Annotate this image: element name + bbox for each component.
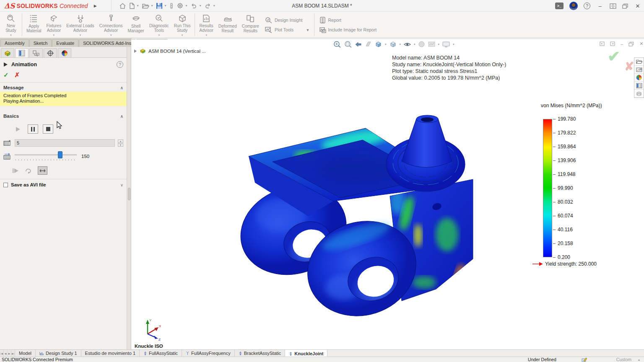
edit-sketch-status-icon[interactable] <box>582 357 587 362</box>
flyout-feature-tree[interactable]: ASM BOOM 14 (Vertical ... <box>134 48 206 54</box>
stop-button[interactable] <box>43 124 53 134</box>
caret-icon[interactable]: ▾ <box>158 34 160 37</box>
restore-button[interactable] <box>622 3 628 9</box>
edit-appearance-icon[interactable] <box>418 41 425 48</box>
splitter-grip[interactable] <box>128 188 130 200</box>
console-icon[interactable]: >_ <box>555 3 564 9</box>
tab-model[interactable]: Model <box>15 350 36 357</box>
save-icon[interactable] <box>156 3 163 9</box>
report-button[interactable]: Report <box>319 17 377 23</box>
settings-gear-icon[interactable] <box>177 2 184 9</box>
redo-caret-icon[interactable]: ▾ <box>213 4 215 8</box>
external-loads-advisor-button[interactable]: External Loads Advisor ▾ <box>64 13 97 37</box>
home-icon[interactable] <box>119 3 126 9</box>
caret-icon[interactable]: ▾ <box>110 34 112 37</box>
unit-system-label[interactable]: Custom <box>616 357 631 362</box>
speed-slider[interactable] <box>15 151 77 162</box>
undo-caret-icon[interactable]: ▾ <box>200 4 201 8</box>
marketplace-icon[interactable] <box>169 3 174 9</box>
loop-icon[interactable] <box>25 168 32 173</box>
collapse-chevron-icon[interactable]: ∧ <box>120 114 123 119</box>
scroll-prev-icon[interactable]: ◀ <box>4 350 8 357</box>
apply-scene-icon[interactable] <box>428 41 436 48</box>
apply-material-button[interactable]: Apply Material <box>24 13 44 37</box>
compare-results-button[interactable]: Compare Results <box>239 13 262 37</box>
slider-track[interactable] <box>15 154 77 155</box>
scroll-first-icon[interactable]: |◀ <box>0 350 4 357</box>
caret-icon[interactable]: ▾ <box>414 43 415 46</box>
plot-tools-button[interactable]: Plot Tools ▾ <box>265 26 309 33</box>
collapse-chevron-icon[interactable]: ∧ <box>120 85 123 90</box>
ok-check-icon[interactable]: ✓ <box>3 71 9 79</box>
tab-knucklejoint[interactable]: KnuckleJoint <box>285 350 327 357</box>
caret-icon[interactable]: ▾ <box>306 27 309 32</box>
redo-icon[interactable] <box>204 3 211 9</box>
zoom-to-area-icon[interactable] <box>344 41 352 48</box>
confirm-corner-x-icon[interactable]: ✘ <box>624 59 634 73</box>
help-icon[interactable]: ? <box>584 3 590 9</box>
display-style-icon[interactable] <box>389 41 397 48</box>
slider-thumb[interactable] <box>58 151 62 158</box>
results-advisor-button[interactable]: Results Advisor ▾ <box>197 13 216 37</box>
tree-item-label[interactable]: ASM BOOM 14 (Vertical ... <box>148 49 206 54</box>
basics-section-header[interactable]: Basics ∧ <box>0 111 127 120</box>
tab-solidworks-add-ins[interactable]: SOLIDWORKS Add-Ins <box>79 39 135 47</box>
resources-folder-icon[interactable] <box>634 58 644 66</box>
design-library-icon[interactable] <box>634 66 644 74</box>
split-view-button[interactable] <box>610 3 616 9</box>
save-caret-icon[interactable]: ▾ <box>165 4 166 8</box>
frames-spinner[interactable]: ▴▾ <box>118 140 123 147</box>
previous-view-icon[interactable] <box>354 41 362 48</box>
unit-system-caret-icon[interactable]: ▴ <box>638 358 640 362</box>
panel-help-icon[interactable]: ? <box>117 61 123 68</box>
open-icon[interactable] <box>142 3 149 9</box>
featuremanager-tab[interactable] <box>1 48 14 57</box>
dimxpertmanager-tab[interactable] <box>44 48 57 57</box>
caret-icon[interactable]: ▾ <box>53 34 55 37</box>
caret-icon[interactable]: ▾ <box>80 34 81 37</box>
caret-icon[interactable]: ▾ <box>182 34 183 37</box>
tab-motion-study[interactable]: Estudio de movimiento 1 <box>81 350 140 357</box>
scroll-last-icon[interactable]: ▶| <box>11 350 15 357</box>
custom-properties-icon[interactable] <box>634 82 644 90</box>
panel-splitter[interactable] <box>127 47 131 349</box>
user-avatar[interactable] <box>569 2 578 10</box>
run-this-study-button[interactable]: Run This Study ▾ <box>171 13 193 37</box>
appearances-scenes-icon[interactable] <box>634 74 644 82</box>
deformed-result-button[interactable]: Deformed Result <box>216 13 239 37</box>
tab-bracketassystatic[interactable]: BracketAssyStatic <box>235 350 286 357</box>
tab-sketch[interactable]: Sketch <box>29 39 52 47</box>
zoom-to-fit-icon[interactable] <box>333 41 341 48</box>
fixtures-advisor-button[interactable]: Fixtures Advisor ▾ <box>44 13 64 37</box>
play-button[interactable] <box>13 124 23 134</box>
step-forward-icon[interactable] <box>13 168 19 173</box>
tab-assembly[interactable]: Assembly <box>0 39 29 47</box>
graphics-viewport[interactable]: ASM BOOM 14 (Vertical ... ▾ ▾ ▾ ▾ ▾ – ✕ <box>131 39 644 349</box>
new-caret-icon[interactable]: ▾ <box>137 4 139 8</box>
caret-icon[interactable]: ▾ <box>10 34 12 37</box>
reciprocate-button[interactable] <box>38 166 47 175</box>
tab-evaluate[interactable]: Evaluate <box>52 39 78 47</box>
minimize-button[interactable]: – <box>596 3 604 9</box>
expand-chevron-icon[interactable]: ∨ <box>120 183 123 187</box>
viewport-close-icon[interactable]: ✕ <box>639 41 643 47</box>
viewport-restore-icon[interactable] <box>628 41 634 47</box>
open-caret-icon[interactable]: ▾ <box>151 4 153 8</box>
caret-icon[interactable]: ▾ <box>205 34 207 37</box>
caret-icon[interactable]: ▾ <box>400 43 401 46</box>
design-insight-button[interactable]: Design Insight <box>265 17 309 23</box>
settings-caret-icon[interactable]: ▾ <box>186 4 187 8</box>
displaymanager-tab[interactable] <box>58 48 71 57</box>
confirm-corner-check-icon[interactable]: ✔ <box>608 48 620 65</box>
document-stack-icon[interactable] <box>634 90 644 98</box>
section-view-icon[interactable] <box>365 41 372 48</box>
fea-model[interactable] <box>231 111 491 320</box>
tab-design-study-1[interactable]: Design Study 1 <box>36 350 81 357</box>
new-study-button[interactable]: New Study ▾ <box>2 13 20 37</box>
diagnostic-tools-button[interactable]: Diagnostic Tools ▾ <box>147 13 171 37</box>
viewport-minimize-icon[interactable]: – <box>621 41 623 47</box>
caret-icon[interactable]: ▾ <box>385 43 387 46</box>
caret-icon[interactable]: ▾ <box>438 43 440 46</box>
tree-expand-icon[interactable] <box>134 49 137 53</box>
configurationmanager-tab[interactable] <box>29 48 43 57</box>
